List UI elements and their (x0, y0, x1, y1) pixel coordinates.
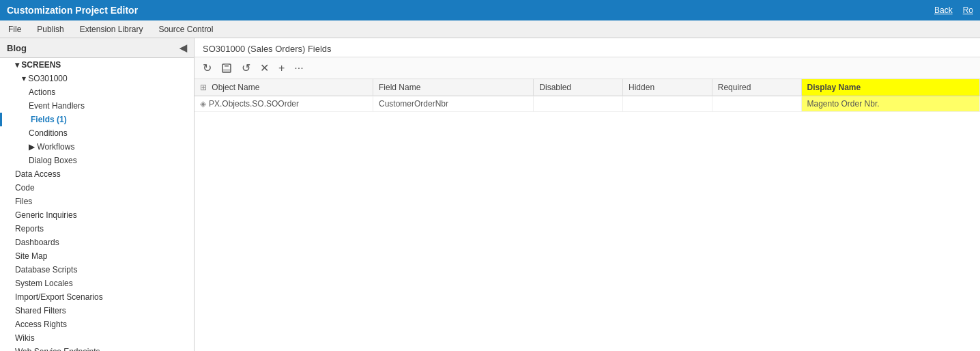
refresh-button[interactable]: ↻ (200, 60, 214, 76)
toolbar: ↻ ↺ ✕ + ··· (194, 57, 980, 79)
sidebar-item-dialog-boxes[interactable]: Dialog Boxes (0, 154, 194, 167)
sidebar-item-code[interactable]: Code (0, 181, 194, 195)
sidebar-item-wikis[interactable]: Wikis (0, 331, 194, 345)
col-hidden-label: Hidden (629, 83, 654, 92)
sidebar-item-data-access[interactable]: Data Access (0, 167, 194, 181)
sidebar: Blog ◀ ▾ SCREENS▾ SO301000ActionsEvent H… (0, 38, 194, 351)
title-bar: Customization Project Editor Back Ro (0, 0, 980, 20)
cell-display-name[interactable]: Magento Order Nbr. (801, 96, 980, 112)
cell-disabled (534, 96, 623, 112)
col-required: Required (712, 79, 801, 96)
sidebar-item-import-export[interactable]: Import/Export Scenarios (0, 290, 194, 304)
sidebar-item-actions[interactable]: Actions (0, 85, 194, 99)
undo-button[interactable]: ↺ (239, 60, 253, 76)
collapse-button[interactable]: ◀ (179, 42, 187, 53)
cell-required (712, 96, 801, 112)
col-required-label: Required (718, 83, 751, 92)
main-layout: Blog ◀ ▾ SCREENS▾ SO301000ActionsEvent H… (0, 38, 980, 351)
sidebar-item-database-scripts[interactable]: Database Scripts (0, 263, 194, 277)
close-button[interactable]: ✕ (257, 60, 272, 76)
table-header: ⊞ Object Name Field Name Disabled Hidden (194, 79, 980, 96)
menu-item-extension-library[interactable]: Extension Library (77, 23, 146, 36)
fields-table: ⊞ Object Name Field Name Disabled Hidden (194, 79, 980, 112)
table-container: ⊞ Object Name Field Name Disabled Hidden (194, 79, 980, 351)
menu-bar: FilePublishExtension LibrarySource Contr… (0, 20, 980, 38)
col-display-name-label: Display Name (807, 83, 861, 92)
save-button[interactable] (218, 61, 235, 75)
cell-field-name: CustomerOrderNbr (373, 96, 533, 112)
menu-item-source-control[interactable]: Source Control (156, 23, 216, 36)
save-icon (221, 63, 232, 74)
cell-object-name: ◈PX.Objects.SO.SOOrder (194, 96, 373, 112)
reload-link[interactable]: Ro (963, 5, 973, 15)
cell-hidden (623, 96, 712, 112)
content-header: SO301000 (Sales Orders) Fields (194, 38, 980, 57)
col-object-name-label: Object Name (212, 83, 259, 92)
sidebar-item-shared-filters[interactable]: Shared Filters (0, 304, 194, 318)
sidebar-item-conditions[interactable]: Conditions (0, 126, 194, 140)
sidebar-item-screens[interactable]: ▾ SCREENS (0, 58, 194, 72)
col-field-name: Field Name (373, 79, 533, 96)
sidebar-item-site-map[interactable]: Site Map (0, 249, 194, 263)
sidebar-item-event-handlers[interactable]: Event Handlers (0, 99, 194, 113)
col-disabled-label: Disabled (539, 83, 571, 92)
col-hidden: Hidden (623, 79, 712, 96)
sidebar-item-so301000[interactable]: ▾ SO301000 (0, 72, 194, 85)
sidebar-item-fields[interactable]: Fields (1) (0, 113, 194, 126)
sidebar-item-access-rights[interactable]: Access Rights (0, 318, 194, 331)
svg-rect-1 (225, 64, 229, 67)
sidebar-item-generic-inquiries[interactable]: Generic Inquiries (0, 208, 194, 222)
table-body: ◈PX.Objects.SO.SOOrderCustomerOrderNbrMa… (194, 96, 980, 112)
col-disabled: Disabled (534, 79, 623, 96)
sidebar-item-reports[interactable]: Reports (0, 222, 194, 236)
sidebar-item-files[interactable]: Files (0, 195, 194, 208)
menu-item-file[interactable]: File (5, 23, 24, 36)
sidebar-header: Blog ◀ (0, 38, 194, 58)
sidebar-item-system-locales[interactable]: System Locales (0, 277, 194, 290)
col-object-name: ⊞ Object Name (194, 79, 373, 96)
content-area: SO301000 (Sales Orders) Fields ↻ ↺ ✕ + ·… (194, 38, 980, 351)
row-icon: ◈ (200, 99, 206, 109)
back-link[interactable]: Back (934, 5, 953, 15)
sidebar-item-workflows[interactable]: ▶ Workflows (0, 140, 194, 154)
col-field-name-label: Field Name (379, 83, 420, 92)
more-button[interactable]: ··· (291, 61, 306, 76)
menu-item-publish[interactable]: Publish (34, 23, 66, 36)
header-row: ⊞ Object Name Field Name Disabled Hidden (194, 79, 980, 96)
project-name: Blog (7, 43, 27, 53)
table-row[interactable]: ◈PX.Objects.SO.SOOrderCustomerOrderNbrMa… (194, 96, 980, 112)
svg-rect-2 (223, 69, 230, 72)
nav-links: Back Ro (934, 5, 973, 15)
sidebar-items: ▾ SCREENS▾ SO301000ActionsEvent Handlers… (0, 58, 194, 351)
col-display-name: Display Name (801, 79, 980, 96)
add-button[interactable]: + (276, 61, 287, 76)
object-name-icon: ⊞ (200, 83, 207, 92)
app-title: Customization Project Editor (7, 5, 138, 16)
sidebar-item-web-service-endpoints[interactable]: Web Service Endpoints (0, 345, 194, 351)
sidebar-item-dashboards[interactable]: Dashboards (0, 236, 194, 249)
